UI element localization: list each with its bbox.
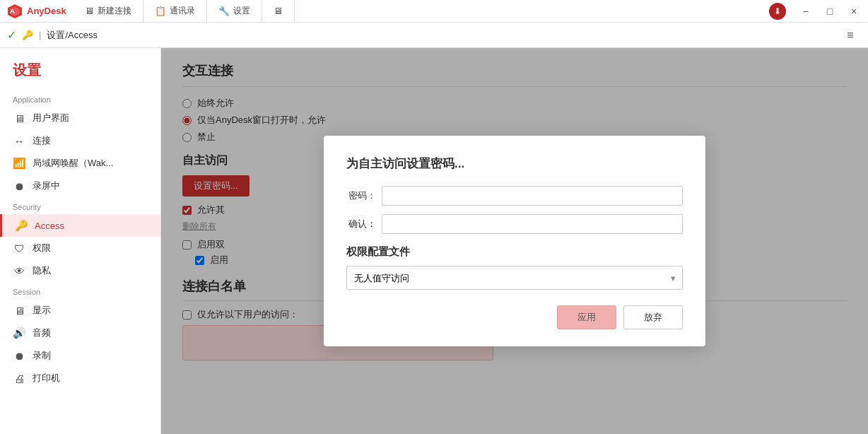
password-label: 密码： <box>346 189 382 202</box>
connect-icon: ↔ <box>13 135 25 147</box>
menu-button[interactable]: ≡ <box>840 25 861 46</box>
sidebar-title: 设置 <box>0 55 160 90</box>
tab-monitor[interactable]: 🖥 <box>262 0 295 23</box>
window-controls: − □ × <box>792 0 868 23</box>
svg-text:A: A <box>10 7 15 15</box>
permissions-select-wrap: 无人值守访问 ▾ <box>346 266 683 290</box>
app-name: AnyDesk <box>27 6 66 16</box>
record-icon: ⏺ <box>13 180 25 192</box>
main-layout: 设置 Application 🖥 用户界面 ↔ 连接 📶 局域网唤醒（Wak..… <box>0 48 868 434</box>
key-icon: 🔑 <box>22 30 33 40</box>
tab-contacts[interactable]: 📋 通讯录 <box>143 0 207 23</box>
recording-icon: ⏺ <box>13 350 25 362</box>
ui-icon: 🖥 <box>13 112 25 124</box>
confirm-field: 确认： <box>346 214 683 234</box>
sidebar-item-audio-label: 音频 <box>33 327 51 339</box>
sidebar-item-printer[interactable]: 🖨 打印机 <box>0 367 160 389</box>
confirm-input[interactable] <box>382 214 683 234</box>
password-field: 密码： <box>346 186 683 206</box>
permissions-select[interactable]: 无人值守访问 <box>346 266 683 290</box>
tab-settings-label: 设置 <box>233 5 250 17</box>
sidebar-section-session: Session <box>0 282 160 299</box>
sidebar-item-screen-record-label: 录屏中 <box>33 180 60 192</box>
permissions-subtitle: 权限配置文件 <box>346 245 683 259</box>
sidebar-item-recording-label: 录制 <box>33 349 51 362</box>
shield-icon: 🛡 <box>13 242 25 254</box>
app-logo: A AnyDesk <box>0 4 74 19</box>
restore-button[interactable]: □ <box>819 0 841 23</box>
discard-button[interactable]: 放弃 <box>623 305 683 329</box>
sidebar-item-connect-label: 连接 <box>33 134 51 147</box>
sidebar-item-lan-wake-label: 局域网唤醒（Wak... <box>33 157 113 170</box>
audio-icon: 🔊 <box>13 327 25 339</box>
sidebar-item-privacy[interactable]: 👁 隐私 <box>0 259 160 282</box>
sidebar-item-access-label: Access <box>35 221 64 231</box>
sidebar-item-printer-label: 打印机 <box>33 372 60 385</box>
sidebar-item-connect[interactable]: ↔ 连接 <box>0 129 160 152</box>
modal-overlay: 为自主访问设置密码... 密码： 确认： 权限配置文件 无人值守访问 ▾ <box>161 48 868 434</box>
settings-icon: 🔧 <box>218 6 230 16</box>
sidebar-item-access[interactable]: 🔑 Access <box>0 214 160 237</box>
connection-status-icon: ✓ <box>7 28 16 42</box>
download-icon: ⬇ <box>774 6 781 16</box>
titlebar-tabs: 🖥 新建连接 📋 通讯录 🔧 设置 🖥 <box>74 0 769 23</box>
printer-icon: 🖨 <box>13 373 25 385</box>
sidebar-item-lan-wake[interactable]: 📶 局域网唤醒（Wak... <box>0 152 160 175</box>
sidebar: 设置 Application 🖥 用户界面 ↔ 连接 📶 局域网唤醒（Wak..… <box>0 48 161 434</box>
sidebar-section-security: Security <box>0 197 160 214</box>
modal-buttons: 应用 放弃 <box>346 305 683 329</box>
modal-title: 为自主访问设置密码... <box>346 156 683 172</box>
confirm-label: 确认： <box>346 218 382 230</box>
breadcrumb: 设置/Access <box>47 29 834 42</box>
apply-button[interactable]: 应用 <box>557 305 616 329</box>
sidebar-section-application: Application <box>0 90 160 107</box>
path-separator: | <box>39 30 41 40</box>
sidebar-item-screen-record[interactable]: ⏺ 录屏中 <box>0 175 160 197</box>
tab-new-connection[interactable]: 🖥 新建连接 <box>74 0 143 23</box>
sidebar-item-recording[interactable]: ⏺ 录制 <box>0 344 160 367</box>
sidebar-item-privacy-label: 隐私 <box>33 264 51 277</box>
minimize-button[interactable]: − <box>794 0 817 23</box>
anydesk-logo-icon: A <box>7 4 23 19</box>
sidebar-item-ui[interactable]: 🖥 用户界面 <box>0 107 160 129</box>
set-password-modal: 为自主访问设置密码... 密码： 确认： 权限配置文件 无人值守访问 ▾ <box>324 136 705 346</box>
monitor2-icon: 🖥 <box>274 6 283 16</box>
password-input[interactable] <box>382 186 683 206</box>
addressbar: ✓ 🔑 | 设置/Access ≡ <box>0 23 868 48</box>
display-icon: 🖥 <box>13 305 25 317</box>
tab-contacts-label: 通讯录 <box>170 5 195 17</box>
tab-settings[interactable]: 🔧 设置 <box>207 0 262 23</box>
close-button[interactable]: × <box>843 0 865 23</box>
privacy-icon: 👁 <box>13 265 25 277</box>
settings-content: 交互连接 始终允许 仅当AnyDesk窗口打开时，允许 禁止 自主访问 设置密码… <box>161 48 868 434</box>
sidebar-item-ui-label: 用户界面 <box>33 112 69 124</box>
wifi-icon: 📶 <box>13 157 25 170</box>
sidebar-item-display-label: 显示 <box>33 304 51 317</box>
titlebar: A AnyDesk 🖥 新建连接 📋 通讯录 🔧 设置 🖥 ⬇ − □ × <box>0 0 868 23</box>
sidebar-item-permissions-label: 权限 <box>33 242 51 254</box>
download-button[interactable]: ⬇ <box>769 3 786 20</box>
sidebar-item-permissions[interactable]: 🛡 权限 <box>0 237 160 259</box>
monitor-icon: 🖥 <box>85 6 94 16</box>
contacts-icon: 📋 <box>155 6 166 16</box>
sidebar-item-display[interactable]: 🖥 显示 <box>0 299 160 322</box>
tab-new-connection-label: 新建连接 <box>98 5 131 17</box>
access-key-icon: 🔑 <box>15 219 28 232</box>
sidebar-item-audio[interactable]: 🔊 音频 <box>0 322 160 344</box>
